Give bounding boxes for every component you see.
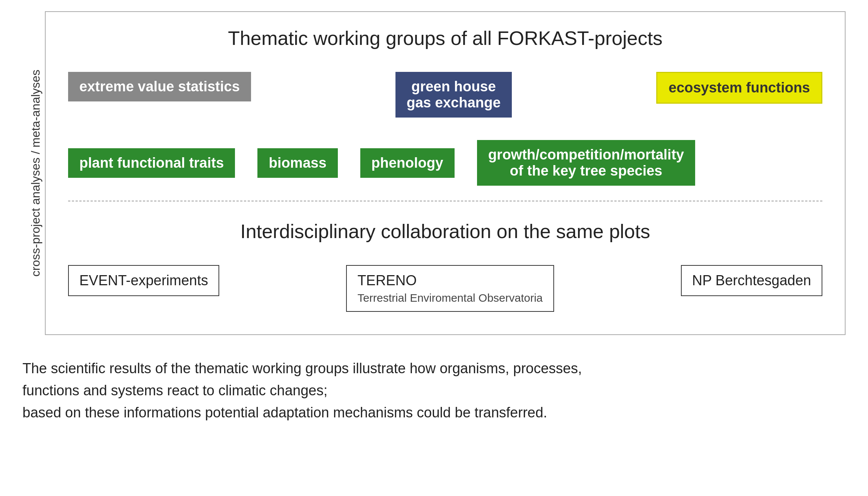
extreme-value-badge: extreme value statistics	[68, 72, 251, 101]
sidebar-label: cross-project analyses / meta-analyses	[22, 11, 45, 335]
np-label: NP Berchtesgaden	[692, 273, 811, 289]
tereno-label: TERENO	[357, 273, 542, 289]
event-label: EVENT-experiments	[79, 273, 208, 289]
bottom-boxes-row: EVENT-experiments TERENO Terrestrial Env…	[68, 265, 822, 312]
footer-text: The scientific results of the thematic w…	[22, 357, 582, 424]
tereno-subtitle: Terrestrial Enviromental Observatoria	[357, 292, 542, 304]
biomass-badge: biomass	[257, 148, 337, 178]
section-divider	[68, 201, 822, 201]
ecosystem-badge: ecosystem functions	[656, 72, 822, 104]
greenhouse-badge: green house gas exchange	[395, 72, 512, 118]
phenology-badge: phenology	[360, 148, 455, 178]
np-box: NP Berchtesgaden	[681, 265, 822, 296]
top-row-1: extreme value statistics green house gas…	[68, 72, 822, 118]
diagram-title: Thematic working groups of all FORKAST-p…	[68, 27, 822, 49]
tereno-box: TERENO Terrestrial Enviromental Observat…	[346, 265, 554, 312]
growth-badge: growth/competition/mortality of the key …	[477, 140, 696, 186]
diagram-box: Thematic working groups of all FORKAST-p…	[45, 11, 846, 335]
top-row-2: plant functional traits biomass phenolog…	[68, 140, 822, 186]
main-diagram-wrapper: cross-project analyses / meta-analyses T…	[22, 11, 846, 335]
plant-functional-badge: plant functional traits	[68, 148, 235, 178]
event-box: EVENT-experiments	[68, 265, 219, 296]
bottom-title: Interdisciplinary collaboration on the s…	[68, 220, 822, 243]
